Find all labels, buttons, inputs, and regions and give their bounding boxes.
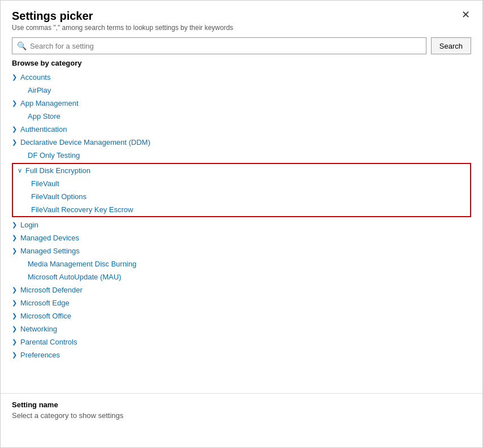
list-item-df-only[interactable]: DF Only Testing bbox=[1, 149, 482, 162]
footer-text: Select a category to show settings bbox=[12, 411, 471, 420]
item-label: FileVault Recovery Key Escrow bbox=[31, 205, 133, 214]
list-item-parental-controls[interactable]: ❯ Parental Controls bbox=[1, 335, 482, 348]
list-item-full-disk-encryption[interactable]: ∨ Full Disk Encryption bbox=[13, 164, 470, 177]
list-item-ms-office[interactable]: ❯ Microsoft Office bbox=[1, 309, 482, 322]
list-item-filevault[interactable]: FileVault bbox=[13, 177, 470, 190]
item-label: Declarative Device Management (DDM) bbox=[20, 138, 150, 147]
list-item-media-management[interactable]: Media Management Disc Burning bbox=[1, 257, 482, 270]
list-item-managed-devices[interactable]: ❯ Managed Devices bbox=[1, 231, 482, 244]
list-item-filevault-options[interactable]: FileVault Options bbox=[13, 190, 470, 203]
search-row: 🔍 Search bbox=[1, 32, 482, 59]
chevron-icon: ❯ bbox=[12, 351, 17, 359]
search-button[interactable]: Search bbox=[431, 37, 471, 54]
item-label: Parental Controls bbox=[20, 338, 77, 346]
item-label: Preferences bbox=[20, 351, 60, 359]
item-label: Networking bbox=[20, 325, 57, 333]
chevron-icon: ❯ bbox=[12, 247, 17, 255]
list-item-accounts[interactable]: ❯ Accounts bbox=[1, 71, 482, 84]
search-input-wrap: 🔍 bbox=[12, 37, 426, 54]
list-item-ddm[interactable]: ❯ Declarative Device Management (DDM) bbox=[1, 136, 482, 149]
item-label: Media Management Disc Burning bbox=[28, 260, 136, 268]
item-label: Authentication bbox=[20, 125, 67, 133]
chevron-icon: ❯ bbox=[12, 126, 17, 133]
footer-panel: Setting name Select a category to show s… bbox=[1, 393, 482, 427]
list-item-ms-defender[interactable]: ❯ Microsoft Defender bbox=[1, 283, 482, 296]
item-label: Login bbox=[20, 221, 38, 229]
chevron-icon: ❯ bbox=[12, 312, 17, 320]
item-label: AirPlay bbox=[28, 86, 51, 94]
item-label: Microsoft Edge bbox=[20, 299, 70, 307]
chevron-icon: ❯ bbox=[12, 221, 17, 229]
chevron-icon: ❯ bbox=[12, 325, 17, 333]
list-item-managed-settings[interactable]: ❯ Managed Settings bbox=[1, 244, 482, 257]
item-label: Accounts bbox=[20, 73, 50, 81]
chevron-icon: ❯ bbox=[12, 139, 17, 146]
chevron-icon: ❯ bbox=[12, 100, 17, 107]
chevron-down-icon: ∨ bbox=[18, 167, 22, 174]
close-button[interactable]: ✕ bbox=[458, 8, 473, 21]
dialog-title: Settings picker bbox=[12, 10, 93, 22]
item-label: App Management bbox=[20, 99, 79, 107]
list-item-preferences[interactable]: ❯ Preferences bbox=[1, 348, 482, 361]
chevron-icon: ❯ bbox=[12, 338, 17, 346]
dialog-subtitle: Use commas "," among search terms to loo… bbox=[12, 24, 471, 32]
item-label: Microsoft AutoUpdate (MAU) bbox=[28, 273, 121, 281]
item-label: FileVault bbox=[31, 179, 59, 188]
chevron-icon: ❯ bbox=[12, 286, 17, 294]
chevron-icon: ❯ bbox=[12, 234, 17, 242]
list-item-app-store[interactable]: App Store bbox=[1, 110, 482, 123]
item-label: Managed Devices bbox=[20, 234, 79, 242]
item-label: Microsoft Office bbox=[20, 312, 71, 320]
list-item-authentication[interactable]: ❯ Authentication bbox=[1, 123, 482, 136]
item-label: Full Disk Encryption bbox=[25, 166, 90, 175]
full-disk-encryption-group: ∨ Full Disk Encryption FileVault FileVau… bbox=[12, 163, 471, 217]
list-item-ms-edge[interactable]: ❯ Microsoft Edge bbox=[1, 296, 482, 309]
item-label: Microsoft Defender bbox=[20, 286, 83, 294]
list-item-filevault-recovery[interactable]: FileVault Recovery Key Escrow bbox=[13, 203, 470, 216]
list-item-airplay[interactable]: AirPlay bbox=[1, 84, 482, 97]
dialog-header: Settings picker Use commas "," among sea… bbox=[1, 1, 482, 32]
search-icon: 🔍 bbox=[17, 41, 27, 50]
item-label: DF Only Testing bbox=[28, 151, 80, 160]
list-item-networking[interactable]: ❯ Networking bbox=[1, 322, 482, 335]
list-item-mau[interactable]: Microsoft AutoUpdate (MAU) bbox=[1, 270, 482, 283]
browse-label: Browse by category bbox=[1, 59, 482, 71]
item-label: Managed Settings bbox=[20, 247, 80, 255]
chevron-icon: ❯ bbox=[12, 299, 17, 307]
footer-title: Setting name bbox=[12, 400, 471, 409]
item-label: FileVault Options bbox=[31, 192, 87, 201]
item-label: App Store bbox=[28, 112, 61, 120]
chevron-icon: ❯ bbox=[12, 74, 17, 81]
settings-picker-dialog: Settings picker Use commas "," among sea… bbox=[0, 0, 483, 448]
list-item-login[interactable]: ❯ Login bbox=[1, 218, 482, 231]
category-list: ❯ Accounts AirPlay ❯ App Management App … bbox=[1, 71, 482, 393]
list-item-app-management[interactable]: ❯ App Management bbox=[1, 97, 482, 110]
search-input[interactable] bbox=[30, 42, 421, 50]
